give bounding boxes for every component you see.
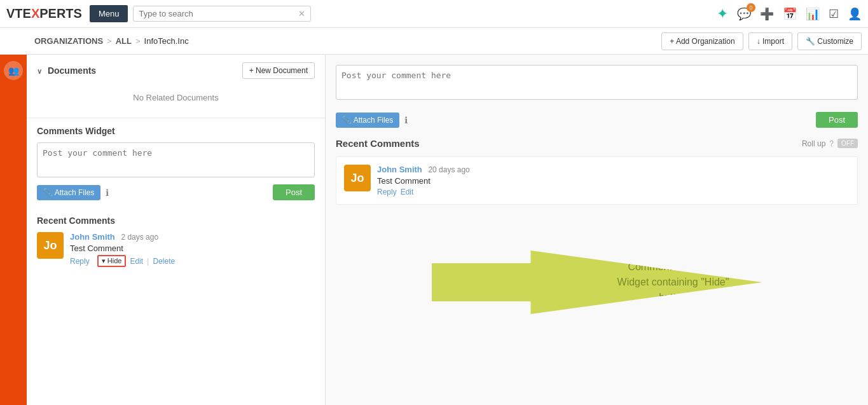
left-comment-text: Test Comment	[70, 244, 315, 253]
right-comment-time: 20 days ago	[428, 165, 469, 174]
vtiger-icon[interactable]: ✦	[717, 6, 728, 22]
right-avatar: Jo	[344, 165, 371, 191]
left-comment-time: 2 days ago	[121, 233, 158, 242]
right-comment-body: John Smith 20 days ago Test Comment Repl…	[377, 165, 850, 196]
left-reply-link[interactable]: Reply	[70, 257, 90, 266]
logo: VTEXPERTS	[6, 6, 82, 21]
notifications-icon[interactable]: 💬 0	[737, 7, 751, 21]
right-comment-author[interactable]: John Smith	[377, 165, 422, 174]
left-recent-title: Recent Comments	[37, 216, 315, 226]
documents-chevron-icon[interactable]: ∨	[37, 67, 42, 75]
left-avatar: Jo	[37, 232, 64, 259]
right-comment-text: Test Comment	[377, 176, 850, 186]
rollup-label: Roll up	[802, 139, 825, 148]
right-info-icon[interactable]: ℹ	[404, 115, 408, 125]
rollup-toggle[interactable]: OFF	[837, 139, 858, 148]
left-post-button[interactable]: Post	[273, 184, 315, 200]
nav-icons: ✦ 💬 0 ➕ 📅 📊 ☑ 👤	[717, 6, 862, 22]
left-recent-comments: Recent Comments Jo John Smith 2 days ago…	[27, 208, 325, 281]
comments-widget-title: Comments Widget	[37, 126, 315, 136]
add-icon[interactable]: ➕	[760, 7, 774, 21]
left-attach-area: 📎 Attach Files ℹ	[37, 185, 109, 200]
right-comment-item: Jo John Smith 20 days ago Test Comment R…	[336, 156, 858, 205]
no-related-docs: No Related Documents	[37, 85, 315, 110]
org-icon: 👥	[4, 61, 23, 80]
documents-section: ∨ Documents + New Document No Related Do…	[27, 55, 325, 118]
right-comment-textarea[interactable]	[336, 65, 858, 100]
left-comment-links: Reply ▾ Hide Edit | Delete	[70, 255, 315, 267]
sub-nav-actions: + Add Organization ↓ Import 🔧 Customize	[661, 32, 862, 50]
logo-x: X	[31, 6, 39, 20]
documents-title: ∨ Documents	[37, 65, 96, 76]
add-organization-button[interactable]: + Add Organization	[661, 32, 743, 50]
right-edit-link[interactable]: Edit	[401, 188, 414, 196]
left-attach-button[interactable]: 📎 Attach Files	[37, 185, 100, 200]
left-info-icon[interactable]: ℹ	[106, 188, 109, 198]
left-comments-widget: Comments Widget 📎 Attach Files ℹ Post	[27, 118, 325, 208]
right-comment-actions: 📎 Attach Files ℹ Post	[336, 112, 858, 128]
right-recent-header: Recent Comments Roll up ? OFF	[336, 138, 858, 149]
breadcrumb-sep1: >	[107, 36, 112, 46]
breadcrumb: ORGANIZATIONS > All > InfoTech.Inc	[34, 36, 189, 46]
right-reply-link[interactable]: Reply	[377, 188, 397, 196]
annotation-arrow: Comment Summary Widget containing "Hide"…	[432, 251, 762, 314]
sidebar-icon-bar: 👥	[0, 55, 27, 405]
right-recent-title: Recent Comments	[336, 138, 420, 149]
search-bar: ✕	[133, 6, 311, 22]
rollup-question-icon[interactable]: ?	[829, 139, 834, 148]
annotation-text: Comment Summary Widget containing "Hide"…	[578, 259, 769, 305]
main-layout: 👥 ∨ Documents + New Document No Related …	[0, 55, 868, 405]
new-document-button[interactable]: + New Document	[242, 62, 315, 79]
left-comment-actions: 📎 Attach Files ℹ Post	[37, 184, 315, 200]
right-post-button[interactable]: Post	[816, 112, 858, 128]
customize-button[interactable]: 🔧 Customize	[797, 32, 862, 50]
breadcrumb-current: InfoTech.Inc	[144, 36, 189, 46]
search-clear-icon[interactable]: ✕	[298, 9, 305, 18]
left-edit-link[interactable]: Edit	[130, 257, 143, 266]
left-comment-author[interactable]: John Smith	[70, 232, 115, 242]
left-sep: |	[147, 256, 149, 266]
documents-header: ∨ Documents + New Document	[37, 62, 315, 79]
import-button[interactable]: ↓ Import	[748, 32, 792, 50]
search-input[interactable]	[139, 9, 298, 18]
right-panel: 📎 Attach Files ℹ Post Recent Comments Ro…	[326, 55, 868, 405]
right-comment-links: Reply Edit	[377, 188, 850, 196]
breadcrumb-sep2: >	[135, 36, 141, 46]
user-icon[interactable]: 👤	[848, 7, 862, 21]
annotation-area: Comment Summary Widget containing "Hide"…	[336, 212, 858, 352]
breadcrumb-all[interactable]: All	[116, 36, 132, 46]
left-panel: ∨ Documents + New Document No Related Do…	[27, 55, 326, 405]
left-delete-link[interactable]: Delete	[153, 257, 175, 266]
sub-nav: ORGANIZATIONS > All > InfoTech.Inc + Add…	[0, 28, 868, 55]
calendar-icon[interactable]: 📅	[783, 7, 797, 21]
right-attach-area: 📎 Attach Files ℹ	[336, 113, 408, 128]
left-comment-textarea[interactable]	[37, 142, 315, 177]
menu-button[interactable]: Menu	[90, 5, 128, 22]
left-comment-body: John Smith 2 days ago Test Comment Reply…	[70, 232, 315, 267]
left-comment-item: Jo John Smith 2 days ago Test Comment Re…	[37, 232, 315, 267]
top-nav: VTEXPERTS Menu ✕ ✦ 💬 0 ➕ 📅 📊 ☑ 👤	[0, 0, 868, 28]
right-attach-button[interactable]: 📎 Attach Files	[336, 113, 399, 128]
chart-icon[interactable]: 📊	[806, 7, 820, 21]
checklist-icon[interactable]: ☑	[829, 7, 839, 21]
rollup-control: Roll up ? OFF	[802, 139, 858, 148]
breadcrumb-root[interactable]: ORGANIZATIONS	[34, 36, 103, 46]
hide-button[interactable]: ▾ Hide	[97, 255, 127, 267]
notification-badge: 0	[747, 3, 755, 12]
